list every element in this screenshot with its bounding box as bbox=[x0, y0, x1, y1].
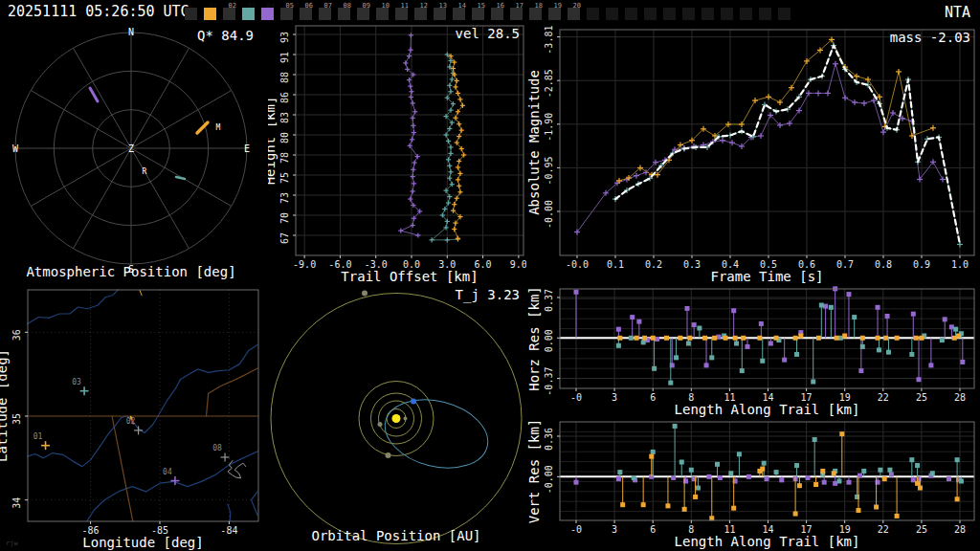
residual-point-03 bbox=[813, 437, 817, 442]
residual-point-03 bbox=[760, 359, 765, 364]
station-square-09[interactable]: 09 bbox=[357, 8, 369, 20]
x-tick-label: -0 bbox=[570, 392, 582, 403]
station-square-label: 05 bbox=[286, 2, 294, 10]
residual-point-01 bbox=[882, 476, 887, 481]
x-tick-label: 6 bbox=[650, 392, 656, 403]
y-axis-label: Horz Res [km] bbox=[526, 286, 542, 391]
station-square-07[interactable]: 07 bbox=[319, 8, 331, 20]
residual-point-01 bbox=[774, 336, 779, 341]
residual-point-03 bbox=[651, 450, 656, 454]
x-tick-label: -84 bbox=[220, 525, 237, 536]
residual-point-03 bbox=[860, 344, 865, 349]
station-square-18[interactable]: 18 bbox=[529, 8, 542, 20]
river-0 bbox=[28, 290, 119, 324]
residual-point-01 bbox=[820, 469, 825, 474]
residual-point-03 bbox=[632, 475, 636, 480]
residual-point-04 bbox=[768, 342, 773, 346]
residual-point-04 bbox=[716, 335, 721, 340]
station-square-label: 06 bbox=[305, 2, 313, 10]
residual-point-01 bbox=[839, 431, 844, 436]
x-tick-label: 0.7 bbox=[836, 259, 854, 270]
residual-point-01 bbox=[955, 496, 960, 501]
x-tick-label: 1.0 bbox=[951, 259, 969, 270]
x-tick-label: 0.8 bbox=[875, 259, 892, 270]
station-square-14[interactable]: 14 bbox=[453, 8, 465, 20]
residual-point-01 bbox=[914, 336, 919, 341]
empty-station-slot bbox=[740, 8, 752, 20]
meteor-network-dashboard: 20251111 05:26:50 UTC 010203040506070809… bbox=[0, 0, 980, 551]
station-square-label: 19 bbox=[554, 2, 562, 10]
station-square-label: 11 bbox=[401, 2, 409, 10]
station-square-11[interactable]: 11 bbox=[395, 8, 408, 20]
residual-point-03 bbox=[689, 468, 694, 473]
residual-point-03 bbox=[617, 470, 622, 474]
residual-point-01 bbox=[797, 483, 802, 488]
residual-point-03 bbox=[641, 340, 646, 344]
residual-point-03 bbox=[959, 479, 964, 484]
y-axis-label: Height [km] bbox=[268, 97, 278, 186]
station-square-13[interactable]: 13 bbox=[434, 8, 446, 20]
panel-title: Q* 84.9 bbox=[197, 28, 254, 43]
empty-station-slot bbox=[721, 8, 733, 20]
residual-point-01 bbox=[918, 486, 923, 491]
station-square-02[interactable]: 02 bbox=[223, 8, 235, 20]
residual-point-01 bbox=[724, 336, 728, 341]
station-square-10[interactable]: 10 bbox=[376, 8, 389, 20]
residual-point-03 bbox=[616, 343, 621, 348]
residual-point-04 bbox=[822, 480, 827, 485]
residual-point-01 bbox=[793, 336, 798, 341]
station-square-19[interactable]: 19 bbox=[548, 8, 561, 20]
station-square-01[interactable]: 01 bbox=[204, 8, 216, 20]
residual-point-01 bbox=[678, 336, 682, 341]
empty-station-slot bbox=[606, 8, 618, 20]
residual-point-01 bbox=[842, 334, 847, 339]
y-tick-label: 88 bbox=[279, 72, 290, 83]
y-tick-label: -1.90 bbox=[544, 113, 554, 142]
residual-point-04 bbox=[806, 475, 811, 480]
station-square-label: 02 bbox=[229, 2, 236, 10]
station-square-06[interactable]: 06 bbox=[300, 8, 312, 20]
station-square-17[interactable]: 17 bbox=[510, 8, 523, 20]
station-square-04[interactable]: 04 bbox=[261, 8, 274, 20]
residual-point-03 bbox=[886, 350, 891, 355]
radiant-tick bbox=[140, 290, 142, 295]
residual-point-01 bbox=[649, 454, 654, 459]
empty-station-slot bbox=[185, 8, 197, 20]
station-square-label: 08 bbox=[344, 2, 351, 10]
y-tick-label: 73 bbox=[279, 192, 290, 204]
station-square-12[interactable]: 12 bbox=[414, 8, 427, 20]
polar-spoke bbox=[74, 148, 132, 249]
x-tick-label: 3 bbox=[612, 392, 617, 403]
station-square-05[interactable]: 05 bbox=[280, 8, 293, 20]
residual-point-03 bbox=[829, 305, 834, 310]
y-tick-label: 80 bbox=[279, 132, 290, 143]
x-tick-label: 28 bbox=[954, 524, 966, 535]
residual-point-04 bbox=[823, 304, 828, 309]
empty-station-slot bbox=[759, 8, 771, 20]
y-axis-label: Vert Res [km] bbox=[526, 419, 542, 524]
x-axis-label: Length Along Trail [km] bbox=[675, 402, 860, 417]
residual-point-04 bbox=[928, 363, 933, 367]
residual-point-04 bbox=[846, 292, 851, 297]
residual-point-03 bbox=[861, 469, 866, 474]
river-5 bbox=[252, 492, 258, 516]
x-tick-label: -9.0 bbox=[293, 259, 316, 270]
residual-point-01 bbox=[687, 336, 692, 341]
station-square-label: 09 bbox=[363, 2, 370, 10]
station-square-08[interactable]: 08 bbox=[338, 8, 350, 20]
station-square-15[interactable]: 15 bbox=[472, 8, 484, 20]
series-03 bbox=[432, 55, 457, 240]
panel-title: mass -2.03 bbox=[890, 30, 970, 45]
residual-point-01 bbox=[876, 336, 880, 341]
residual-point-03 bbox=[737, 452, 742, 456]
station-square-20[interactable]: 20 bbox=[568, 8, 580, 20]
residual-point-04 bbox=[731, 308, 736, 313]
residual-point-01 bbox=[642, 336, 647, 341]
y-tick-label: 78 bbox=[279, 152, 290, 164]
residual-point-03 bbox=[877, 347, 881, 352]
y-tick-label: 86 bbox=[279, 92, 290, 103]
station-square-16[interactable]: 16 bbox=[491, 8, 503, 20]
residual-point-01 bbox=[641, 502, 646, 507]
station-square-03[interactable]: 03 bbox=[242, 8, 255, 20]
zenith-label: Z bbox=[128, 143, 134, 154]
